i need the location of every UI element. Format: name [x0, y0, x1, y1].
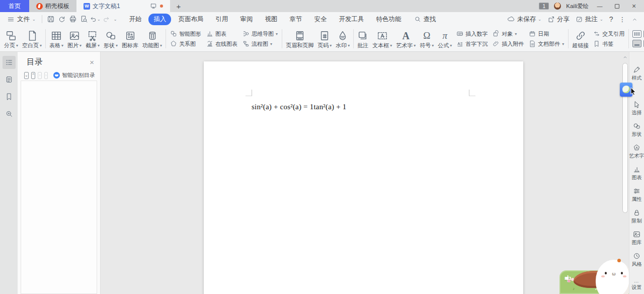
toc-empty-area[interactable]: [21, 81, 97, 294]
document-page[interactable]: sin²(a) + cos²(a) = 1tan²(a) + 1: [204, 61, 523, 294]
watermark-button[interactable]: 水印▾: [334, 29, 352, 49]
equation-text[interactable]: sin²(a) + cos²(a) = 1tan²(a) + 1: [252, 103, 347, 111]
rail-item-shapes[interactable]: 形状: [632, 122, 642, 138]
table-button[interactable]: 表格▾: [47, 29, 65, 49]
smart-toc-button[interactable]: 智能识别目录: [53, 71, 95, 79]
object-button[interactable]: 对象▾: [493, 30, 524, 38]
icon-library-button[interactable]: 图标库: [120, 29, 140, 49]
toc-next-button: ›: [44, 72, 48, 79]
equation-button[interactable]: π 公式▾: [436, 29, 454, 49]
avatar[interactable]: [554, 3, 561, 10]
berry-icon: [617, 259, 621, 262]
rail-item-chart[interactable]: 图表: [632, 166, 642, 181]
insert-number-button[interactable]: 插入数字: [456, 30, 488, 38]
blank-page-button[interactable]: 空白页▾: [20, 29, 44, 49]
notes-panel-button[interactable]: [3, 73, 16, 86]
undo-button[interactable]: ⌄: [90, 14, 101, 25]
document-part-button[interactable]: 文档部件▾: [529, 40, 564, 48]
wordart-button[interactable]: A 艺术字▾: [394, 29, 418, 49]
view-option-columns-button[interactable]: [632, 30, 641, 38]
more-button[interactable]: ⋮: [619, 16, 626, 23]
new-tab-button[interactable]: +: [170, 0, 187, 12]
chart-button[interactable]: 图表: [206, 30, 237, 38]
tab-document[interactable]: W 文字文稿1: [76, 0, 170, 12]
function-chart-button[interactable]: 功能图▾: [140, 29, 164, 49]
save-button[interactable]: [45, 14, 56, 25]
collapse-ribbon-button[interactable]: [631, 16, 638, 23]
rail-item-wordart[interactable]: 艺术字: [629, 144, 644, 160]
rail-item-style-theme[interactable]: 风格: [632, 252, 642, 268]
header-footer-button[interactable]: 页眉和页脚: [284, 29, 315, 49]
bookmark-button[interactable]: 书签: [593, 40, 624, 48]
menu-item-insert[interactable]: 插入: [148, 14, 171, 25]
menu-item-references[interactable]: 引用: [210, 14, 233, 25]
save-status-button[interactable]: 未保存 ⌄: [507, 15, 541, 24]
rail-item-properties[interactable]: 属性: [632, 187, 642, 203]
online-chart-button[interactable]: 在线图表: [206, 40, 237, 48]
find-button[interactable]: 查找: [414, 15, 436, 24]
menu-item-view[interactable]: 视图: [260, 14, 282, 25]
mascot-character[interactable]: ω: [596, 260, 632, 294]
comment-insert-button[interactable]: 批注: [355, 29, 370, 49]
toc-panel-button[interactable]: [3, 56, 16, 69]
document-canvas[interactable]: sin²(a) + cos²(a) = 1tan²(a) + 1: [101, 52, 621, 294]
toc-collapse-all-button[interactable]: ⌃: [31, 72, 36, 79]
date-button[interactable]: 日期: [529, 30, 564, 38]
presentation-monitor-icon[interactable]: [150, 3, 157, 10]
screenshot-button[interactable]: 截屏▾: [84, 29, 102, 49]
cross-reference-button[interactable]: 交叉引用: [593, 30, 624, 38]
print-preview-button[interactable]: [78, 14, 90, 25]
close-button[interactable]: ×: [628, 1, 640, 12]
share-button[interactable]: 分享: [547, 15, 570, 24]
username[interactable]: Kaili爱绘: [566, 3, 589, 10]
ime-mascot-widget[interactable]: 中 ♪ ♪ ♪ ω: [559, 252, 635, 294]
ribbon-divider: [353, 29, 354, 48]
export-button[interactable]: [56, 14, 67, 25]
toc-expand-all-button[interactable]: ⌄: [24, 72, 29, 79]
menu-item-review[interactable]: 审阅: [235, 14, 258, 25]
rail-item-gallery[interactable]: 图库: [632, 231, 642, 246]
customize-toolbar-chevron-icon[interactable]: ⌄: [114, 17, 117, 22]
tab-docker-templates[interactable]: 稻壳模板: [29, 0, 76, 12]
redo-button[interactable]: [101, 14, 112, 25]
picture-button[interactable]: 图片▾: [65, 29, 84, 49]
page-break-button[interactable]: 分页▾: [2, 29, 20, 49]
symbol-button[interactable]: Ω 符号▾: [418, 29, 436, 49]
mindmap-button[interactable]: 思维导图▾: [243, 30, 278, 38]
shapes-button[interactable]: 形状▾: [102, 29, 120, 49]
cloud-icon: [507, 15, 515, 23]
tab-home[interactable]: 首页: [0, 0, 29, 12]
rail-item-restrict[interactable]: 限制: [632, 209, 642, 225]
view-option-footer-band-button[interactable]: [632, 40, 641, 47]
rail-item-styles[interactable]: 样式: [632, 66, 642, 82]
menu-item-page-layout[interactable]: 页面布局: [173, 14, 208, 25]
rail-item-select[interactable]: 选择: [632, 101, 642, 116]
menu-item-section[interactable]: 章节: [284, 14, 307, 25]
help-button[interactable]: ?: [609, 15, 613, 23]
file-menu-button[interactable]: 文件 ⌄: [4, 15, 39, 24]
hyperlink-button[interactable]: 超链接: [570, 29, 591, 49]
comment-button[interactable]: 批注 ⌄: [576, 15, 603, 24]
smartart-button[interactable]: 智能图形: [170, 30, 201, 38]
flowchart-button[interactable]: 流程图▾: [243, 40, 278, 48]
attach-file-button[interactable]: 插入附件: [493, 40, 524, 48]
maximize-button[interactable]: [611, 1, 623, 12]
drop-cap-button[interactable]: 首字下沉: [456, 40, 488, 48]
menu-item-special-features[interactable]: 特色功能: [371, 14, 406, 25]
page-number-button[interactable]: 页码▾: [315, 29, 334, 49]
rail-item-settings[interactable]: ⋯ 设置: [632, 281, 642, 291]
label: 智能图形: [179, 30, 201, 38]
menu-item-security[interactable]: 安全: [309, 14, 332, 25]
rail-label: 样式: [632, 75, 642, 82]
bookmarks-panel-button[interactable]: [3, 90, 16, 103]
menu-item-home[interactable]: 开始: [124, 14, 146, 25]
menu-item-dev-tools[interactable]: 开发工具: [334, 14, 369, 25]
minimize-button[interactable]: —: [594, 1, 606, 12]
relation-diagram-button[interactable]: 关系图: [170, 40, 201, 48]
textbox-button[interactable]: 文本框▾: [370, 29, 394, 49]
member-count-badge[interactable]: 1: [539, 3, 549, 10]
print-button[interactable]: [67, 14, 78, 25]
scroll-up-button[interactable]: [622, 53, 628, 62]
find-replace-panel-button[interactable]: [3, 107, 16, 120]
toc-close-button[interactable]: ×: [90, 58, 94, 66]
